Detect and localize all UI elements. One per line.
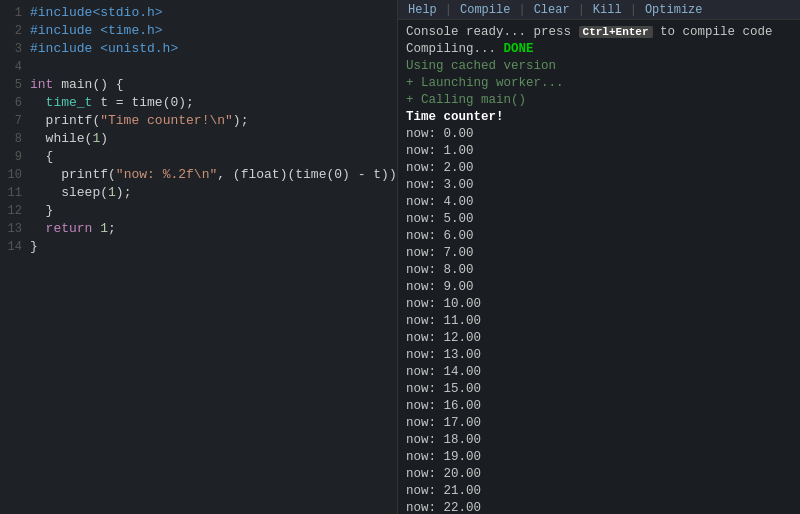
sep4: | <box>630 3 637 17</box>
code-token: ; <box>108 221 116 236</box>
code-token: { <box>30 149 53 164</box>
console-line: now: 15.00 <box>406 381 792 398</box>
console-line: now: 1.00 <box>406 143 792 160</box>
editor-line: 5int main() { <box>0 76 397 94</box>
console-pane: Help | Compile | Clear | Kill | Optimize… <box>398 0 800 514</box>
console-line: now: 4.00 <box>406 194 792 211</box>
line-code: printf("Time counter!\n"); <box>30 112 248 130</box>
console-line: now: 3.00 <box>406 177 792 194</box>
code-token: } <box>30 239 38 254</box>
line-number: 5 <box>0 76 30 94</box>
console-line: Compiling... DONE <box>406 41 792 58</box>
line-number: 8 <box>0 130 30 148</box>
console-line: now: 0.00 <box>406 126 792 143</box>
code-token: ) <box>100 131 108 146</box>
line-number: 9 <box>0 148 30 166</box>
console-line: now: 20.00 <box>406 466 792 483</box>
console-line: now: 19.00 <box>406 449 792 466</box>
editor-line: 3#include <unistd.h> <box>0 40 397 58</box>
line-number: 12 <box>0 202 30 220</box>
sep2: | <box>518 3 525 17</box>
code-token: #include<stdio.h> <box>30 5 163 20</box>
line-number: 1 <box>0 4 30 22</box>
line-code: #include <unistd.h> <box>30 40 178 58</box>
code-token: int <box>30 77 53 92</box>
console-line: now: 16.00 <box>406 398 792 415</box>
editor-line: 8 while(1) <box>0 130 397 148</box>
code-token: #include <time.h> <box>30 23 163 38</box>
console-line: Using cached version <box>406 58 792 75</box>
console-line: now: 11.00 <box>406 313 792 330</box>
editor-line: 14} <box>0 238 397 256</box>
kill-button[interactable]: Kill <box>589 3 626 17</box>
code-token: t = time(0); <box>92 95 193 110</box>
console-line: Console ready... press Ctrl+Enter to com… <box>406 24 792 41</box>
editor-line: 12 } <box>0 202 397 220</box>
code-token: , (float)(time(0) - t)); <box>217 167 398 182</box>
console-line: now: 10.00 <box>406 296 792 313</box>
editor-line: 6 time_t t = time(0); <box>0 94 397 112</box>
line-code: return 1; <box>30 220 116 238</box>
console-line: now: 14.00 <box>406 364 792 381</box>
editor-pane: 1#include<stdio.h>2#include <time.h>3#in… <box>0 0 398 514</box>
line-code: { <box>30 148 53 166</box>
line-code: time_t t = time(0); <box>30 94 194 112</box>
console-line: now: 8.00 <box>406 262 792 279</box>
code-token: sleep( <box>30 185 108 200</box>
line-number: 3 <box>0 40 30 58</box>
line-number: 2 <box>0 22 30 40</box>
console-line: now: 13.00 <box>406 347 792 364</box>
main-area: 1#include<stdio.h>2#include <time.h>3#in… <box>0 0 800 514</box>
code-token: } <box>30 203 53 218</box>
line-code: int main() { <box>30 76 124 94</box>
line-code: #include <time.h> <box>30 22 163 40</box>
editor-line: 11 sleep(1); <box>0 184 397 202</box>
code-token: main() { <box>53 77 123 92</box>
sep1: | <box>445 3 452 17</box>
line-number: 11 <box>0 184 30 202</box>
code-token: while( <box>30 131 92 146</box>
console-line: now: 22.00 <box>406 500 792 514</box>
editor-line: 4 <box>0 58 397 76</box>
line-number: 14 <box>0 238 30 256</box>
console-line: now: 9.00 <box>406 279 792 296</box>
line-number: 6 <box>0 94 30 112</box>
line-code: while(1) <box>30 130 108 148</box>
line-number: 7 <box>0 112 30 130</box>
console-line: now: 17.00 <box>406 415 792 432</box>
code-token: #include <unistd.h> <box>30 41 178 56</box>
console-output: Console ready... press Ctrl+Enter to com… <box>398 20 800 514</box>
done-badge: DONE <box>504 42 534 56</box>
code-token: 1 <box>100 221 108 236</box>
console-line: + Launching worker... <box>406 75 792 92</box>
sep3: | <box>578 3 585 17</box>
optimize-button[interactable]: Optimize <box>641 3 707 17</box>
line-code: sleep(1); <box>30 184 131 202</box>
code-token: printf( <box>30 167 116 182</box>
console-line: now: 7.00 <box>406 245 792 262</box>
editor-line: 9 { <box>0 148 397 166</box>
compile-button[interactable]: Compile <box>456 3 514 17</box>
console-line: now: 12.00 <box>406 330 792 347</box>
code-token: printf( <box>30 113 100 128</box>
line-code: printf("now: %.2f\n", (float)(time(0) - … <box>30 166 398 184</box>
console-line: now: 6.00 <box>406 228 792 245</box>
code-token: "Time counter!\n" <box>100 113 233 128</box>
code-token: "now: %.2f\n" <box>116 167 217 182</box>
code-token: ); <box>116 185 132 200</box>
code-token: 1 <box>108 185 116 200</box>
console-toolbar: Help | Compile | Clear | Kill | Optimize <box>398 0 800 20</box>
console-line: now: 2.00 <box>406 160 792 177</box>
line-number: 10 <box>0 166 30 184</box>
console-line: now: 18.00 <box>406 432 792 449</box>
ctrl-enter-key: Ctrl+Enter <box>579 26 653 38</box>
line-number: 4 <box>0 58 30 76</box>
clear-button[interactable]: Clear <box>530 3 574 17</box>
code-token: time_t <box>30 95 92 110</box>
help-button[interactable]: Help <box>404 3 441 17</box>
line-number: 13 <box>0 220 30 238</box>
code-token: return <box>30 221 100 236</box>
line-code: #include<stdio.h> <box>30 4 163 22</box>
editor-line: 10 printf("now: %.2f\n", (float)(time(0)… <box>0 166 397 184</box>
editor-line: 7 printf("Time counter!\n"); <box>0 112 397 130</box>
